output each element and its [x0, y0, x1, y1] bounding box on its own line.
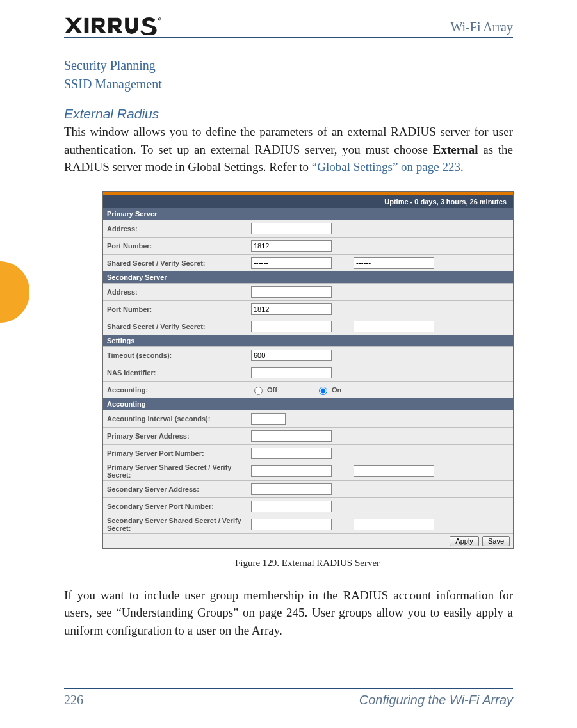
field-label: Address:: [107, 225, 251, 232]
nas-identifier-input[interactable]: [251, 367, 332, 378]
field-label: Timeout (seconds):: [107, 352, 251, 359]
field-label: Port Number:: [107, 305, 251, 313]
acct-secondary-port-input[interactable]: [251, 501, 332, 512]
figure: Uptime - 0 days, 3 hours, 26 minutes Pri…: [102, 191, 512, 569]
closing-paragraph: If you want to include user group member…: [64, 586, 513, 640]
secondary-secret-verify-input[interactable]: [354, 321, 434, 332]
primary-secret-verify-input[interactable]: [354, 257, 434, 269]
group-header-settings: Settings: [103, 335, 513, 346]
row-primary-port: Port Number:: [103, 237, 513, 254]
field-label: Secondary Server Port Number:: [107, 503, 251, 510]
row-acct-secondary-secret: Secondary Server Shared Secret / Verify …: [103, 515, 513, 533]
acct-secondary-secret-verify-input[interactable]: [354, 519, 434, 530]
acct-secondary-secret-input[interactable]: [251, 519, 332, 530]
uptime-status: Uptime - 0 days, 3 hours, 26 minutes: [103, 195, 513, 208]
primary-port-input[interactable]: [251, 240, 332, 252]
section-heading: External Radius: [64, 106, 513, 122]
row-nas: NAS Identifier:: [103, 364, 513, 381]
cross-ref-link[interactable]: “Global Settings” on page 223: [312, 160, 460, 174]
button-row: Apply Save: [103, 533, 513, 548]
field-label: Secondary Server Shared Secret / Verify …: [107, 517, 251, 532]
row-acct-primary-secret: Primary Server Shared Secret / Verify Se…: [103, 462, 513, 480]
field-label: Port Number:: [107, 242, 251, 250]
field-label: Primary Server Shared Secret / Verify Se…: [107, 464, 251, 479]
acct-interval-input[interactable]: [251, 413, 286, 425]
text-bold: External: [433, 143, 478, 156]
page-header: R Wi-Fi Array: [64, 17, 513, 38]
field-label: Primary Server Port Number:: [107, 449, 251, 457]
svg-rect-0: [85, 18, 89, 33]
row-acct-secondary-port: Secondary Server Port Number:: [103, 497, 513, 515]
group-header-accounting: Accounting: [103, 398, 513, 410]
radio-off-icon[interactable]: [254, 387, 263, 395]
secondary-port-input[interactable]: [251, 303, 332, 315]
field-label: Accounting:: [107, 386, 251, 394]
apply-button[interactable]: Apply: [450, 536, 479, 546]
intro-paragraph: This window allows you to define the par…: [64, 123, 513, 176]
field-label: Accounting Interval (seconds):: [107, 415, 251, 423]
acct-primary-port-input[interactable]: [251, 448, 332, 459]
radio-on-icon[interactable]: [319, 387, 327, 395]
row-acct-primary-port: Primary Server Port Number:: [103, 444, 513, 462]
secondary-address-input[interactable]: [251, 286, 332, 298]
row-primary-secret: Shared Secret / Verify Secret:: [103, 254, 513, 271]
row-acct-interval: Accounting Interval (seconds):: [103, 410, 513, 427]
breadcrumb-item[interactable]: SSID Management: [64, 75, 513, 93]
row-accounting-toggle: Accounting: Off On: [103, 381, 513, 398]
row-secondary-secret: Shared Secret / Verify Secret:: [103, 318, 513, 335]
accounting-on-radio[interactable]: On: [316, 385, 341, 395]
screenshot-panel: Uptime - 0 days, 3 hours, 26 minutes Pri…: [102, 191, 514, 549]
save-button[interactable]: Save: [482, 536, 510, 546]
acct-primary-secret-input[interactable]: [251, 465, 332, 477]
group-header-secondary: Secondary Server: [103, 271, 513, 283]
row-acct-secondary-address: Secondary Server Address:: [103, 480, 513, 497]
accounting-off-radio[interactable]: Off: [251, 385, 277, 395]
field-label: Shared Secret / Verify Secret:: [107, 259, 251, 267]
doc-title: Wi-Fi Array: [450, 20, 513, 35]
row-primary-address: Address:: [103, 220, 513, 237]
field-label: Shared Secret / Verify Secret:: [107, 323, 251, 330]
text: .: [460, 160, 464, 174]
cross-ref-link[interactable]: “Understanding Groups” on page 245: [116, 606, 304, 619]
acct-secondary-address-input[interactable]: [251, 483, 332, 495]
row-secondary-address: Address:: [103, 283, 513, 300]
page-number: 226: [64, 693, 83, 708]
acct-primary-secret-verify-input[interactable]: [354, 465, 434, 477]
acct-primary-address-input[interactable]: [251, 430, 332, 442]
row-timeout: Timeout (seconds):: [103, 346, 513, 364]
field-label: Primary Server Address:: [107, 432, 251, 440]
page-footer: 226 Configuring the Wi-Fi Array: [64, 688, 513, 708]
row-secondary-port: Port Number:: [103, 300, 513, 318]
breadcrumb: Security Planning SSID Management: [64, 56, 513, 93]
brand-logo: R: [64, 17, 172, 35]
chapter-tab: [0, 261, 29, 323]
primary-secret-input[interactable]: [251, 257, 332, 269]
svg-text:R: R: [159, 19, 161, 21]
breadcrumb-item[interactable]: Security Planning: [64, 56, 513, 75]
row-acct-primary-address: Primary Server Address:: [103, 427, 513, 444]
field-label: NAS Identifier:: [107, 369, 251, 376]
timeout-input[interactable]: [251, 350, 332, 361]
group-header-primary: Primary Server: [103, 208, 513, 220]
xirrus-logo-icon: R: [64, 17, 172, 35]
field-label: Secondary Server Address:: [107, 485, 251, 493]
primary-address-input[interactable]: [251, 223, 332, 234]
field-label: Address:: [107, 288, 251, 296]
footer-section-title: Configuring the Wi-Fi Array: [359, 693, 513, 708]
secondary-secret-input[interactable]: [251, 321, 332, 332]
figure-caption: Figure 129. External RADIUS Server: [102, 558, 512, 569]
